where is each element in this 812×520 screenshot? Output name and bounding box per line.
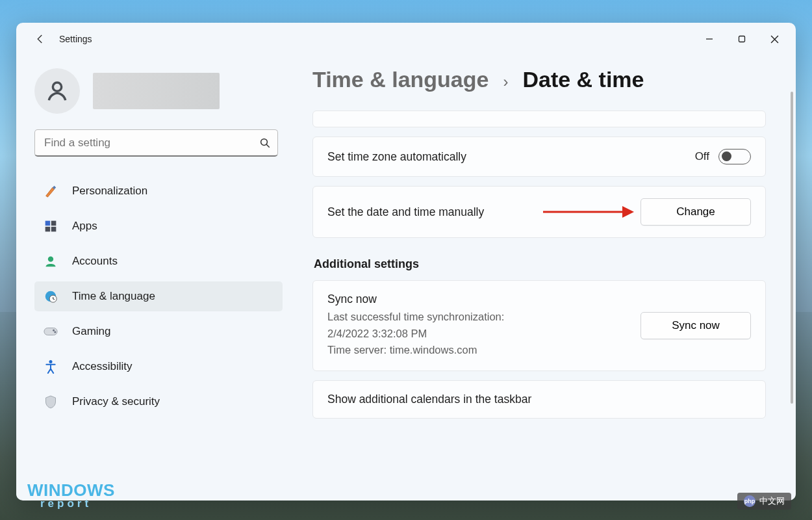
profile-name-redacted <box>93 73 220 109</box>
toggle-state-text: Off <box>695 150 709 163</box>
setting-label: Set the date and time manually <box>327 205 543 219</box>
annotation-arrow <box>543 208 634 216</box>
source-badge: php 中文网 <box>737 493 791 510</box>
arrow-left-icon <box>34 33 46 45</box>
sidebar-item-accessibility[interactable]: Accessibility <box>34 352 283 382</box>
avatar <box>34 68 80 114</box>
settings-window: Settings <box>16 23 796 500</box>
svg-rect-7 <box>45 227 51 232</box>
svg-rect-5 <box>45 221 51 226</box>
sidebar-item-apps[interactable]: Apps <box>34 211 283 241</box>
search-icon <box>259 137 271 149</box>
badge-text: 中文网 <box>759 495 785 507</box>
svg-line-4 <box>266 144 270 148</box>
chevron-right-icon: › <box>503 73 508 91</box>
shield-icon <box>44 395 58 409</box>
apps-icon <box>44 219 58 233</box>
setting-label: Set time zone automatically <box>327 150 695 164</box>
sidebar: Personalization Apps Accounts <box>16 55 296 500</box>
gamepad-icon <box>44 324 58 339</box>
sidebar-item-label: Privacy & security <box>72 395 160 408</box>
sidebar-item-label: Personalization <box>72 185 147 198</box>
sidebar-item-label: Gaming <box>72 325 111 338</box>
window-content: Personalization Apps Accounts <box>16 55 796 500</box>
titlebar: Settings <box>16 23 796 55</box>
setting-label: Show additional calendars in the taskbar <box>327 393 751 406</box>
panel-auto-timezone: Set time zone automatically Off <box>312 136 766 177</box>
php-icon: php <box>744 495 755 507</box>
paintbrush-icon <box>44 184 58 198</box>
close-icon <box>770 35 779 44</box>
svg-point-13 <box>53 330 55 332</box>
person-icon <box>45 79 70 103</box>
section-heading: Additional settings <box>314 257 766 271</box>
svg-rect-8 <box>51 227 57 232</box>
sidebar-item-personalization[interactable]: Personalization <box>34 176 283 206</box>
back-button[interactable] <box>29 28 51 50</box>
maximize-button[interactable] <box>726 26 758 52</box>
main-scrollbar[interactable] <box>791 92 793 404</box>
window-controls <box>693 26 791 52</box>
window-title: Settings <box>59 34 92 44</box>
auto-timezone-toggle[interactable] <box>718 149 751 164</box>
sidebar-item-time-language[interactable]: Time & language <box>34 281 283 311</box>
breadcrumb: Time & language › Date & time <box>312 67 766 92</box>
minimize-icon <box>705 35 713 43</box>
sidebar-item-label: Accounts <box>72 255 118 268</box>
search-container <box>34 129 283 157</box>
panel-additional-calendars[interactable]: Show additional calendars in the taskbar <box>312 380 766 419</box>
toggle-knob <box>722 151 731 161</box>
sync-title: Sync now <box>327 292 641 306</box>
sidebar-item-privacy[interactable]: Privacy & security <box>34 387 283 417</box>
sync-last-label: Last successful time synchronization: <box>327 309 641 326</box>
close-button[interactable] <box>758 26 791 52</box>
svg-rect-6 <box>51 221 57 226</box>
svg-point-14 <box>54 331 56 333</box>
watermark-logo: WINDOWS report <box>27 483 115 508</box>
change-datetime-button[interactable]: Change <box>641 198 751 226</box>
maximize-icon <box>738 35 746 43</box>
account-icon <box>44 254 58 268</box>
profile-block[interactable] <box>34 62 283 129</box>
watermark-line1: WINDOWS <box>27 483 115 498</box>
sidebar-item-accounts[interactable]: Accounts <box>34 246 283 276</box>
svg-point-3 <box>261 139 268 146</box>
svg-rect-1 <box>739 36 745 42</box>
svg-point-9 <box>48 257 53 262</box>
globe-clock-icon <box>44 289 58 304</box>
panel-sync-now: Sync now Last successful time synchroniz… <box>312 280 766 371</box>
breadcrumb-parent[interactable]: Time & language <box>312 67 488 92</box>
main-pane: Time & language › Date & time Set time z… <box>296 55 796 500</box>
sidebar-item-gaming[interactable]: Gaming <box>34 317 283 346</box>
sync-last-time: 2/4/2022 3:32:08 PM <box>327 326 641 343</box>
breadcrumb-current: Date & time <box>522 67 644 92</box>
sidebar-item-label: Apps <box>72 220 97 233</box>
sidebar-nav: Personalization Apps Accounts <box>34 171 283 494</box>
minimize-button[interactable] <box>693 26 726 52</box>
sync-now-button[interactable]: Sync now <box>641 312 751 339</box>
sidebar-item-label: Accessibility <box>72 360 133 373</box>
panel-manual-datetime: Set the date and time manually Change <box>312 186 766 238</box>
sidebar-item-label: Time & language <box>72 290 155 303</box>
toggle-group: Off <box>695 149 751 164</box>
accessibility-icon <box>44 359 58 374</box>
sync-server: Time server: time.windows.com <box>327 342 641 359</box>
search-input[interactable] <box>34 129 278 157</box>
svg-point-2 <box>53 83 61 91</box>
panel-truncated-top <box>312 110 766 127</box>
svg-point-15 <box>49 360 53 363</box>
